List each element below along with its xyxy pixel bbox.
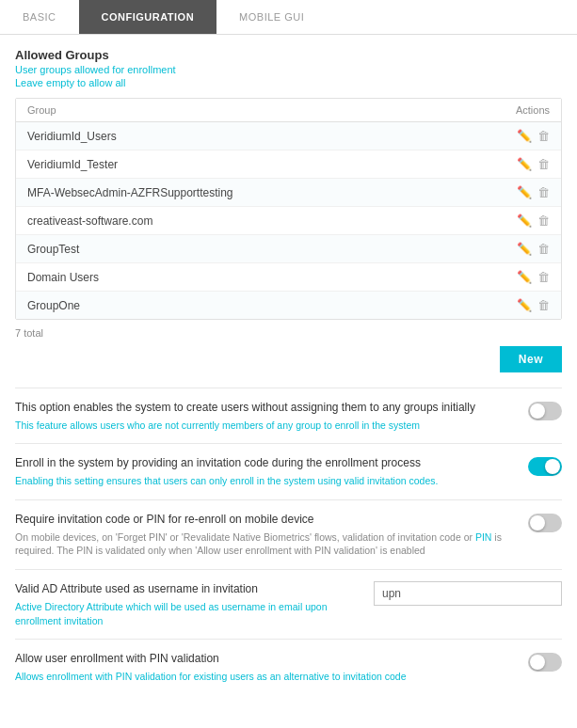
option-text-invitation-code: Enroll in the system by providing an inv… [15,455,519,487]
allowed-groups-title: Allowed Groups [15,48,562,62]
edit-icon[interactable]: ✏️ [517,129,532,143]
toggle-allow-no-group[interactable] [528,402,562,420]
group-name: GroupTest [27,243,79,256]
option-label-pin-reenroll: Require invitation code or PIN for re-en… [15,512,519,528]
main-content: Allowed Groups User groups allowed for e… [0,35,577,708]
pin-validation-row: Allow user enrollment with PIN validatio… [15,639,562,694]
edit-icon[interactable]: ✏️ [517,214,532,228]
col-actions-header: Actions [516,104,550,116]
toggle-pin-reenroll[interactable] [528,514,562,532]
group-name: Domain Users [27,271,99,284]
table-header-row: Group Actions [16,99,561,122]
toggle-thumb-invitation-code [545,459,560,474]
delete-icon[interactable]: 🗑 [537,242,550,256]
valid-ad-attribute-text: Valid AD Attribute used as username in i… [15,581,364,627]
toggle-wrapper-invitation-code [528,457,562,479]
pin-validation-toggle[interactable] [528,653,562,672]
tab-configuration[interactable]: CONFIGURATION [79,0,217,34]
pin-validation-toggle-wrapper [528,653,562,674]
toggle-wrapper-pin-reenroll [528,514,562,535]
tabs-bar: BASIC CONFIGURATION MOBILE GUI [0,0,577,35]
edit-icon[interactable]: ✏️ [517,270,532,284]
delete-icon[interactable]: 🗑 [537,270,550,284]
option-desc-pin-reenroll: On mobile devices, on 'Forget PIN' or 'R… [15,530,519,558]
delete-icon[interactable]: 🗑 [537,214,550,228]
table-row: Domain Users ✏️ 🗑 [16,263,561,292]
group-name: creativeast-software.com [27,214,152,228]
valid-ad-attribute-desc: Active Directory Attribute which will be… [15,600,364,627]
valid-ad-attribute-input-wrapper [374,581,562,606]
row-actions: ✏️ 🗑 [517,298,550,312]
edit-icon[interactable]: ✏️ [517,185,532,199]
group-name: MFA-WebsecAdmin-AZFRSupporttesting [27,186,233,199]
toggle-thumb-pin-reenroll [530,515,545,530]
table-row: GroupOne ✏️ 🗑 [16,292,561,319]
toggle-invitation-code[interactable] [528,457,562,476]
new-button-row: New [15,346,562,372]
delete-icon[interactable]: 🗑 [537,157,550,171]
table-row: GroupTest ✏️ 🗑 [16,235,561,263]
table-row: MFA-WebsecAdmin-AZFRSupporttesting ✏️ 🗑 [16,179,561,207]
option-row-pin-reenroll: Require invitation code or PIN for re-en… [15,499,562,569]
row-actions: ✏️ 🗑 [517,242,550,256]
allowed-groups-subtitle: User groups allowed for enrollment [15,64,562,75]
edit-icon[interactable]: ✏️ [517,157,532,171]
delete-icon[interactable]: 🗑 [537,298,550,312]
table-row: creativeast-software.com ✏️ 🗑 [16,207,561,235]
edit-icon[interactable]: ✏️ [517,298,532,312]
option-desc-invitation-code: Enabling this setting ensures that users… [15,474,519,488]
toggle-thumb-allow-no-group [530,404,545,419]
toggle-track-invitation-code [528,457,562,476]
delete-icon[interactable]: 🗑 [537,129,550,143]
table-row: VeridiumId_Users ✏️ 🗑 [16,122,561,150]
row-actions: ✏️ 🗑 [517,214,550,228]
option-label-invitation-code: Enroll in the system by providing an inv… [15,455,519,471]
table-rows: VeridiumId_Users ✏️ 🗑 VeridiumId_Tester … [16,122,561,319]
pin-validation-toggle-track [528,653,562,672]
allowed-groups-section: Allowed Groups User groups allowed for e… [15,48,562,372]
row-actions: ✏️ 🗑 [517,185,550,199]
total-count: 7 total [15,327,562,339]
option-row-allow-no-group: This option enables the system to create… [15,388,562,443]
tab-mobile-gui[interactable]: MOBILE GUI [216,0,327,34]
groups-table: Group Actions VeridiumId_Users ✏️ 🗑 Veri… [15,98,562,320]
pin-validation-label: Allow user enrollment with PIN validatio… [15,651,519,667]
col-group-header: Group [27,104,56,116]
tab-basic[interactable]: BASIC [0,0,79,34]
group-name: GroupOne [27,299,80,312]
table-row: VeridiumId_Tester ✏️ 🗑 [16,150,561,179]
toggle-wrapper-allow-no-group [528,402,562,423]
pin-validation-toggle-thumb [530,655,545,670]
valid-ad-attribute-input[interactable] [374,581,562,606]
row-actions: ✏️ 🗑 [517,270,550,284]
option-text-allow-no-group: This option enables the system to create… [15,400,519,432]
delete-icon[interactable]: 🗑 [537,185,550,199]
options-container: This option enables the system to create… [15,388,562,569]
valid-ad-attribute-row: Valid AD Attribute used as username in i… [15,569,562,639]
pin-validation-text: Allow user enrollment with PIN validatio… [15,651,519,683]
toggle-track-pin-reenroll [528,514,562,532]
new-group-button[interactable]: New [500,346,562,372]
toggle-track-allow-no-group [528,402,562,420]
pin-validation-desc: Allows enrollment with PIN validation fo… [15,670,519,684]
option-row-invitation-code: Enroll in the system by providing an inv… [15,443,562,499]
option-text-pin-reenroll: Require invitation code or PIN for re-en… [15,512,519,558]
row-actions: ✏️ 🗑 [517,129,550,143]
group-name: VeridiumId_Users [27,130,117,143]
allowed-groups-hint: Leave empty to allow all [15,77,562,88]
option-desc-allow-no-group: This feature allows users who are not cu… [15,419,519,433]
row-actions: ✏️ 🗑 [517,157,550,171]
valid-ad-attribute-label: Valid AD Attribute used as username in i… [15,581,364,597]
option-label-allow-no-group: This option enables the system to create… [15,400,519,416]
edit-icon[interactable]: ✏️ [517,242,532,256]
group-name: VeridiumId_Tester [27,158,118,171]
